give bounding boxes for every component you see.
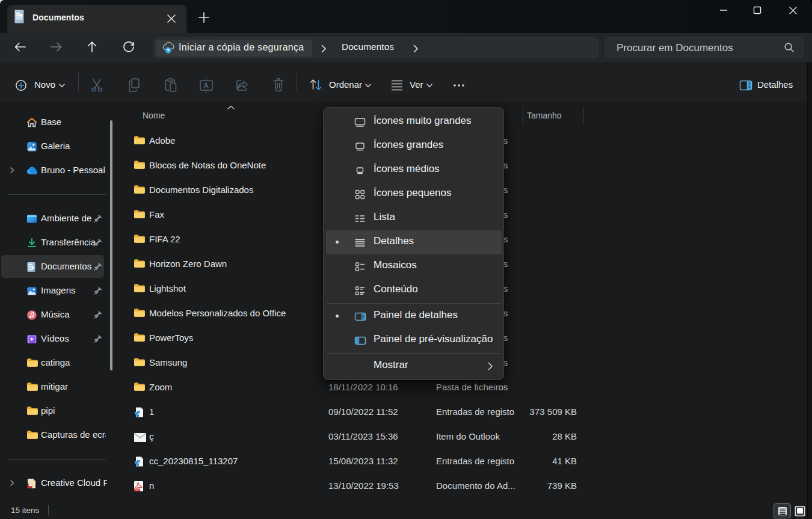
svg-text:PDF: PDF bbox=[135, 489, 140, 491]
